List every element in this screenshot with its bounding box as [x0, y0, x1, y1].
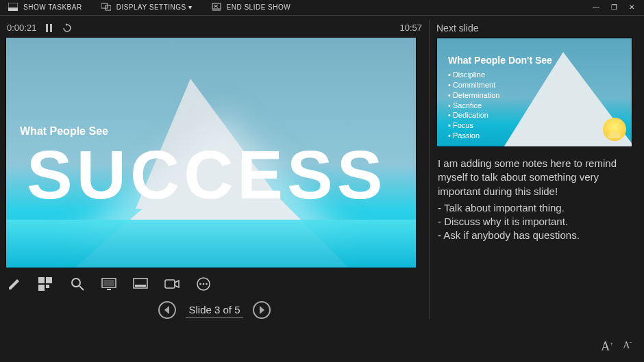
svg-marker-29 — [260, 306, 264, 314]
top-divider — [0, 15, 644, 16]
close-button[interactable]: ✕ — [628, 3, 636, 11]
more-options-button[interactable] — [196, 276, 211, 292]
svg-rect-12 — [46, 277, 52, 283]
next-slide-thumbnail[interactable]: What People Don't See Discipline Commitm… — [436, 38, 632, 147]
presenter-tools — [5, 268, 423, 292]
display-settings-icon — [101, 3, 111, 11]
svg-rect-21 — [135, 285, 146, 287]
increase-font-button[interactable]: A+ — [601, 339, 613, 354]
zoom-button[interactable] — [70, 276, 85, 292]
presenter-avatar — [603, 118, 626, 141]
svg-marker-23 — [175, 281, 179, 287]
notes-point: Ask if anybody has questions. — [438, 229, 630, 242]
display-settings-label: DISPLAY SETTINGS ▾ — [116, 3, 193, 11]
next-slide-heading: Next slide — [436, 20, 632, 38]
svg-rect-22 — [165, 280, 175, 288]
svg-rect-0 — [8, 8, 18, 11]
current-slide-preview[interactable]: What People See SUCCESS — [5, 37, 417, 268]
see-all-slides-button[interactable] — [38, 276, 53, 292]
svg-rect-8 — [46, 24, 48, 32]
notes-font-controls: A+ A- — [601, 339, 632, 354]
restart-timer-button[interactable] — [62, 23, 72, 33]
black-screen-button[interactable] — [101, 276, 116, 292]
decrease-font-button[interactable]: A- — [623, 339, 632, 354]
svg-rect-1 — [8, 3, 18, 8]
svg-point-15 — [72, 279, 80, 287]
camera-button[interactable] — [164, 276, 179, 292]
taskbar-icon — [8, 3, 18, 11]
timer-row: 0:00:21 10:57 — [5, 20, 423, 37]
svg-rect-13 — [38, 285, 45, 291]
display-settings-button[interactable]: DISPLAY SETTINGS ▾ — [101, 3, 193, 11]
current-time: 10:57 — [399, 23, 422, 33]
notes-paragraph: I am adding some notes here to remind my… — [438, 157, 630, 198]
next-slide-button[interactable] — [253, 301, 271, 319]
notes-point: Discuss why it is important. — [438, 215, 630, 229]
show-taskbar-label: SHOW TASKBAR — [23, 3, 82, 11]
water-overlay — [6, 220, 416, 268]
subtitle-toggle-button[interactable] — [133, 276, 148, 292]
notes-list: Talk about important thing. Discuss why … — [438, 201, 630, 243]
svg-marker-28 — [164, 306, 169, 314]
window-controls: — ❐ ✕ — [592, 3, 636, 11]
prev-slide-button[interactable] — [158, 301, 176, 319]
restore-button[interactable]: ❐ — [610, 3, 618, 11]
svg-marker-10 — [66, 23, 68, 26]
svg-rect-18 — [103, 280, 114, 286]
elapsed-time: 0:00:21 — [7, 23, 36, 33]
slide-headline: SUCCESS — [27, 140, 386, 209]
show-taskbar-button[interactable]: SHOW TASKBAR — [8, 3, 82, 11]
pause-button[interactable] — [45, 23, 54, 33]
end-show-icon — [212, 3, 221, 11]
slide-counter: Slide 3 of 5 — [186, 302, 243, 318]
end-slideshow-button[interactable]: END SLIDE SHOW — [212, 3, 291, 11]
svg-rect-9 — [50, 24, 52, 32]
top-menu-bar: SHOW TASKBAR DISPLAY SETTINGS ▾ END SLID… — [0, 0, 644, 14]
speaker-notes[interactable]: I am adding some notes here to remind my… — [436, 147, 632, 243]
svg-rect-11 — [38, 277, 45, 283]
svg-line-16 — [79, 286, 84, 290]
slide-nav: Slide 3 of 5 — [5, 301, 423, 319]
notes-point: Talk about important thing. — [438, 201, 630, 215]
svg-point-27 — [206, 283, 208, 285]
svg-rect-14 — [46, 285, 49, 288]
end-show-label: END SLIDE SHOW — [227, 3, 291, 11]
svg-rect-4 — [212, 3, 221, 9]
svg-point-25 — [199, 283, 201, 285]
pen-tool-button[interactable] — [7, 276, 22, 292]
minimize-button[interactable]: — — [592, 3, 600, 11]
svg-point-26 — [203, 283, 205, 285]
